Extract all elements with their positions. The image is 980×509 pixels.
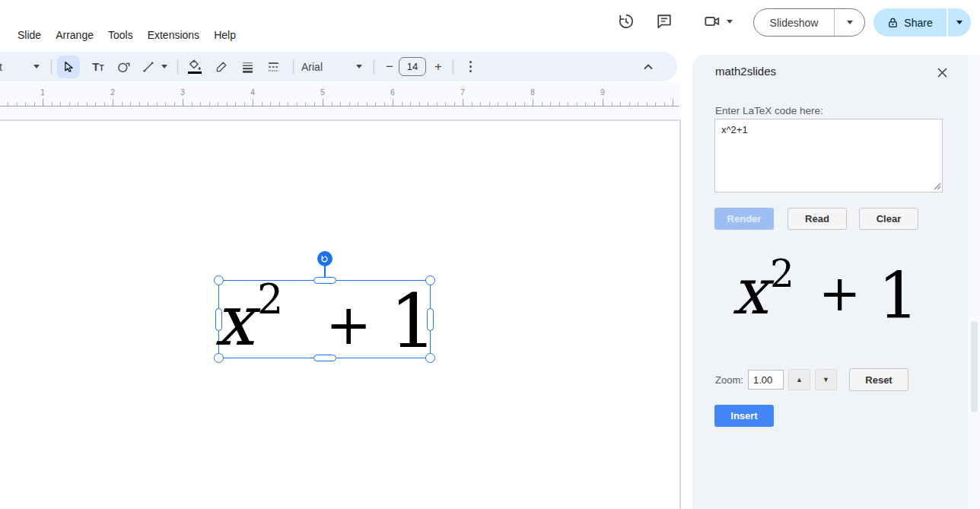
ruler-tick [463,99,463,106]
text-tool-icon: T [92,60,99,73]
decrease-font-size-button[interactable]: − [383,52,396,81]
text-box-tool-button[interactable]: TT [87,52,110,81]
ruler-tick [235,102,236,106]
ruler-label: 6 [390,88,395,97]
equation-exponent: 2 [257,279,283,320]
ruler-tick [305,102,306,106]
google-slides-app: Slide Arrange Tools Extensions Help Slid… [0,0,980,509]
slideshow-button[interactable]: Slideshow [754,17,834,29]
ruler-tick [638,102,638,106]
comments-button[interactable] [655,12,673,30]
ruler-tick [314,102,315,106]
resize-handle-n[interactable] [313,277,336,284]
video-call-icon [703,13,721,30]
triangle-up-icon: ▲ [796,376,803,383]
latex-code-textarea[interactable]: x^2+1 [714,119,943,192]
font-family-select[interactable]: Arial [301,52,335,81]
ruler-tick [577,102,578,106]
ruler-tick [253,99,253,106]
ruler-tick [419,102,420,106]
ruler-tick [349,102,350,106]
ruler-tick [585,102,586,106]
slideshow-options-button[interactable] [834,9,864,36]
menu-slide[interactable]: Slide [15,27,43,43]
video-call-caret-icon [727,20,733,24]
zoom-decrease-button[interactable]: ▼ [815,369,837,390]
toolbar: t TT [0,52,677,81]
border-color-button[interactable] [210,52,233,81]
ruler-tick [367,102,368,106]
toolbar-collapse-button[interactable] [639,52,657,81]
zoom-fit-caret-icon[interactable] [32,52,41,81]
font-family-caret-icon[interactable] [355,52,364,81]
version-history-button[interactable] [616,12,635,30]
share-button[interactable]: Share [873,8,947,37]
border-weight-button[interactable] [236,52,259,81]
ruler-tick [227,102,228,106]
ruler-tick [629,102,630,106]
toolbar-more-button[interactable] [463,52,478,81]
share-options-button[interactable] [948,8,971,37]
ruler-tick [262,102,262,106]
slide-right-edge [679,119,681,509]
border-weight-icon [241,60,254,74]
menu-help[interactable]: Help [212,27,238,43]
insert-button[interactable]: Insert [714,405,774,427]
sidebar-close-button[interactable] [934,65,950,80]
zoom-label: Zoom: [715,374,743,386]
ruler-tick [375,102,376,106]
render-button[interactable]: Render [714,208,774,230]
toolbar-separator [373,52,374,81]
menu-tools[interactable]: Tools [106,27,135,43]
ruler-label: 9 [600,88,605,97]
slideshow-caret-icon [847,21,853,24]
ruler-tick [332,102,332,106]
share-button-group: Share [873,8,971,37]
ruler-tick [183,99,183,106]
ruler-tick [358,102,358,106]
clear-button[interactable]: Clear [859,208,918,230]
ruler-tick [480,102,481,106]
ruler-tick [384,102,385,106]
ruler-tick [130,102,131,106]
increase-font-size-button[interactable]: + [432,52,444,81]
version-history-icon [617,13,634,30]
zoom-fit-control[interactable]: t [0,52,6,81]
math2slides-sidebar: math2slides Enter LaTeX code here: x^2+1… [692,55,980,509]
triangle-down-icon: ▼ [822,376,829,383]
slideshow-button-group: Slideshow [753,8,865,37]
ruler-tick [664,102,665,106]
equation-operator: + [326,297,371,352]
ruler-tick [612,102,612,106]
zoom-increase-button[interactable]: ▲ [788,369,810,390]
toolbar-separator [50,52,52,81]
menu-arrange[interactable]: Arrange [53,27,96,43]
ruler-tick [78,102,78,106]
ruler-tick [297,102,298,106]
fill-color-button[interactable] [183,52,207,81]
video-call-button[interactable] [702,12,733,30]
border-dash-icon [267,60,280,74]
read-button[interactable]: Read [788,208,847,230]
ruler-tick [594,102,595,106]
shape-icon [116,59,132,75]
select-tool-button[interactable] [57,56,80,78]
ruler-tick [148,102,148,106]
line-tool-button[interactable] [138,52,158,81]
rendered-equation-preview: x 2 + 1 [715,253,943,337]
line-tool-caret-icon[interactable] [160,52,169,81]
ruler-tick [139,102,140,106]
ruler-tick [603,99,603,106]
ruler-tick [445,102,446,106]
sidebar-scrollbar-thumb[interactable] [971,321,978,412]
zoom-value-input[interactable] [748,370,784,390]
ruler-tick [17,102,18,106]
shape-tool-button[interactable] [113,52,135,81]
ruler-tick [200,102,201,106]
border-dash-button[interactable] [262,52,285,81]
font-size-input[interactable]: 14 [399,57,426,76]
selected-equation-object[interactable]: x 2 + 1 [218,280,431,358]
rotation-handle[interactable] [317,251,332,266]
menu-extensions[interactable]: Extensions [145,27,202,43]
reset-button[interactable]: Reset [849,368,908,391]
